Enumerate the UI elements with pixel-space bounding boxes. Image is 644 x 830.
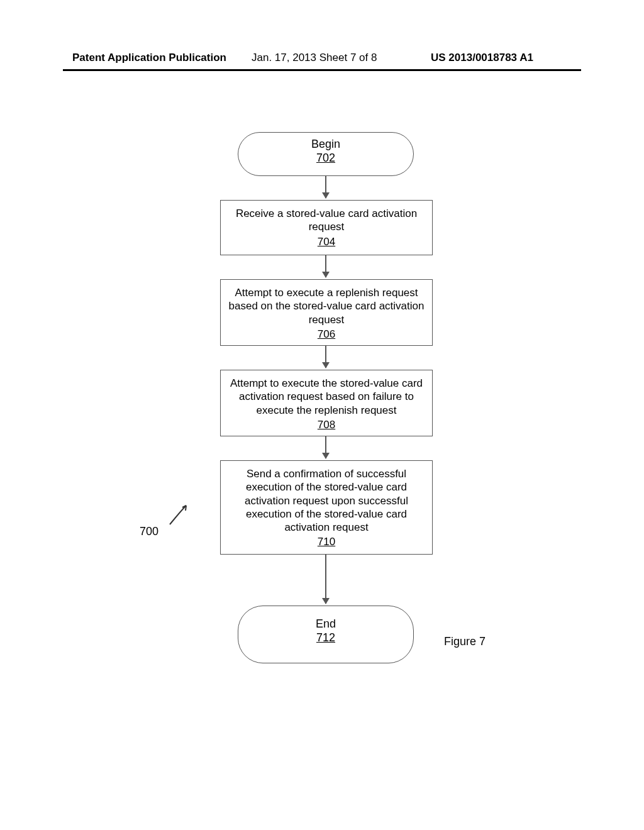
arrow-icon — [325, 176, 326, 198]
terminator-begin: Begin 702 — [238, 132, 414, 176]
header-rule — [63, 69, 581, 71]
terminator-begin-label: Begin — [238, 138, 413, 152]
process-step-706-ref: 706 — [227, 328, 426, 341]
terminator-begin-ref: 702 — [238, 152, 413, 165]
page: Patent Application Publication Jan. 17, … — [0, 0, 644, 830]
process-step-704: Receive a stored-value card activation r… — [220, 200, 433, 255]
process-step-708-text: Attempt to execute the stored-value card… — [227, 377, 426, 417]
process-step-706-text: Attempt to execute a replenish request b… — [227, 286, 426, 326]
process-step-706: Attempt to execute a replenish request b… — [220, 279, 433, 346]
arrow-icon — [325, 436, 326, 458]
header-publication-label: Patent Application Publication — [72, 52, 226, 64]
process-step-710: Send a confirmation of successful execut… — [220, 460, 433, 555]
arrow-icon — [325, 346, 326, 368]
process-step-708-ref: 708 — [227, 418, 426, 431]
process-step-704-ref: 704 — [227, 235, 426, 248]
header-publication-number: US 2013/0018783 A1 — [431, 52, 533, 64]
arrow-icon — [325, 255, 326, 277]
process-step-710-text: Send a confirmation of successful execut… — [227, 467, 426, 534]
arrow-icon — [325, 555, 326, 604]
figure-index-number: 700 — [140, 525, 158, 538]
terminator-end: End 712 — [238, 606, 414, 663]
index-caret-icon — [167, 502, 191, 527]
process-step-708: Attempt to execute the stored-value card… — [220, 370, 433, 436]
page-header: Patent Application Publication Jan. 17, … — [0, 52, 644, 70]
figure-label: Figure 7 — [444, 635, 486, 648]
process-step-704-text: Receive a stored-value card activation r… — [227, 207, 426, 234]
terminator-end-ref: 712 — [238, 631, 413, 645]
process-step-710-ref: 710 — [227, 535, 426, 548]
header-date-sheet: Jan. 17, 2013 Sheet 7 of 8 — [252, 52, 377, 64]
terminator-end-label: End — [238, 617, 413, 631]
